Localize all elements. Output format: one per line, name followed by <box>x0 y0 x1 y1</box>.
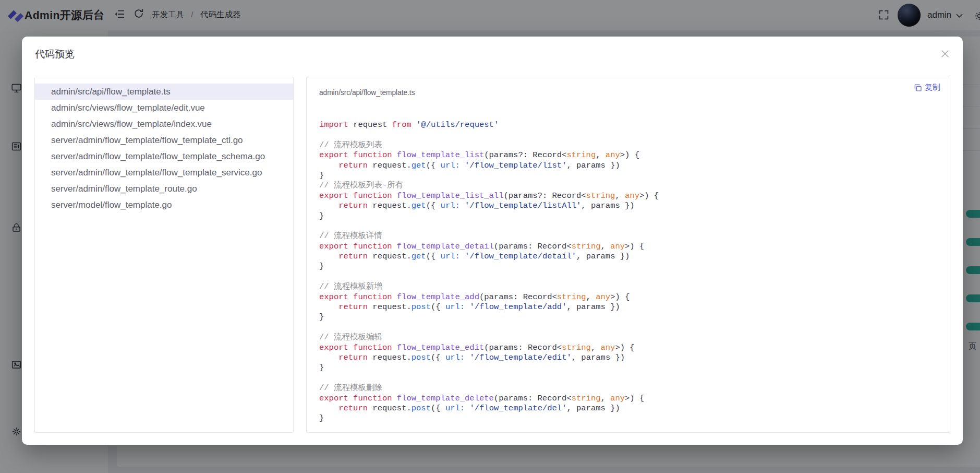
close-icon[interactable] <box>940 48 951 60</box>
code-line: return request.get({ url: '/flow_templat… <box>319 201 945 211</box>
code-line: return request.get({ url: '/flow_templat… <box>319 161 945 171</box>
file-list-item[interactable]: server/admin/flow_template_route.go <box>35 181 293 197</box>
file-list-item[interactable]: server/admin/flow_template/flow_template… <box>35 148 293 164</box>
code-line: // 流程模板详情 <box>319 231 945 241</box>
code-line: return request.post({ url: '/flow_templa… <box>319 353 945 363</box>
code-line: return request.post({ url: '/flow_templa… <box>319 302 945 312</box>
code-line: export function flow_template_list(param… <box>319 150 945 160</box>
file-list: admin/src/api/flow_template.tsadmin/src/… <box>34 77 294 433</box>
code-block: import request from '@/utils/request' //… <box>319 120 945 424</box>
code-panel: admin/src/api/flow_template.ts 复制 import… <box>306 77 950 433</box>
code-line <box>319 272 945 282</box>
copy-button[interactable]: 复制 <box>912 81 942 93</box>
code-line: export function flow_template_delete(par… <box>319 394 945 404</box>
code-line <box>319 130 945 140</box>
code-line: } <box>319 262 945 271</box>
copy-label: 复制 <box>925 82 940 92</box>
code-line: import request from '@/utils/request' <box>319 120 945 130</box>
file-list-item[interactable]: admin/src/api/flow_template.ts <box>35 84 293 100</box>
code-line: export function flow_template_detail(par… <box>319 242 945 252</box>
code-line: return request.post({ url: '/flow_templa… <box>319 404 945 413</box>
code-line: } <box>319 312 945 322</box>
code-line: // 流程模板新增 <box>319 282 945 292</box>
modal-title: 代码预览 <box>35 48 75 61</box>
code-line <box>319 323 945 333</box>
file-list-item[interactable]: server/admin/flow_template/flow_template… <box>35 164 293 181</box>
file-list-item[interactable]: admin/src/views/flow_template/index.vue <box>35 116 293 132</box>
code-line: export function flow_template_list_all(p… <box>319 191 945 201</box>
code-line: } <box>319 413 945 423</box>
code-line: return request.get({ url: '/flow_templat… <box>319 252 945 262</box>
code-line: export function flow_template_add(params… <box>319 292 945 302</box>
code-line: export function flow_template_edit(param… <box>319 343 945 353</box>
code-line: } <box>319 363 945 373</box>
code-file-title: admin/src/api/flow_template.ts <box>319 88 415 97</box>
code-line: // 流程模板删除 <box>319 383 945 393</box>
code-line <box>319 221 945 231</box>
code-line: // 流程模板编辑 <box>319 333 945 342</box>
code-line: } <box>319 171 945 181</box>
code-line <box>319 373 945 383</box>
code-line: // 流程模板列表-所有 <box>319 181 945 191</box>
code-preview-modal: 代码预览 admin/src/api/flow_template.tsadmin… <box>22 37 963 445</box>
code-line: // 流程模板列表 <box>319 140 945 150</box>
file-list-item[interactable]: server/admin/flow_template/flow_template… <box>35 132 293 148</box>
file-list-item[interactable]: admin/src/views/flow_template/edit.vue <box>35 100 293 116</box>
code-line: } <box>319 211 945 221</box>
file-list-item[interactable]: server/model/flow_template.go <box>35 197 293 213</box>
copy-icon <box>914 84 922 92</box>
